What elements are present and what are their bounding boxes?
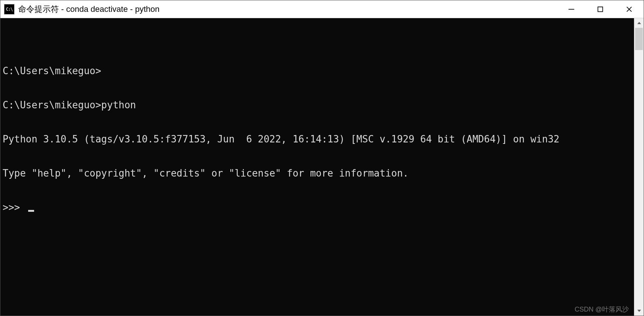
scroll-up-button[interactable] — [634, 18, 644, 28]
terminal-line: Python 3.10.5 (tags/v3.10.5:f377153, Jun… — [3, 134, 633, 145]
window-body: C:\Users\mikeguo> C:\Users\mikeguo>pytho… — [0, 18, 644, 316]
minimize-icon — [568, 6, 575, 13]
titlebar[interactable]: C:\ 命令提示符 - conda deactivate - python — [0, 0, 644, 18]
svg-rect-1 — [598, 7, 603, 11]
terminal-line: C:\Users\mikeguo> — [3, 65, 633, 77]
python-prompt: >>> — [3, 202, 26, 213]
scroll-down-button[interactable] — [634, 306, 644, 316]
terminal-area[interactable]: C:\Users\mikeguo> C:\Users\mikeguo>pytho… — [0, 18, 634, 316]
terminal-line: Type "help", "copyright", "credits" or "… — [3, 168, 633, 179]
scroll-thumb[interactable] — [635, 28, 643, 50]
cursor — [28, 210, 34, 212]
cmd-icon: C:\ — [4, 4, 14, 14]
close-button[interactable] — [615, 0, 644, 18]
close-icon — [626, 6, 633, 13]
minimize-button[interactable] — [557, 0, 586, 18]
vertical-scrollbar[interactable] — [634, 18, 644, 316]
maximize-icon — [597, 6, 604, 13]
terminal-prompt-line: >>> — [3, 202, 633, 213]
maximize-button[interactable] — [586, 0, 615, 18]
window-title: 命令提示符 - conda deactivate - python — [18, 4, 557, 15]
command-prompt-window: C:\ 命令提示符 - conda deactivate - python C:… — [0, 0, 644, 316]
watermark: CSDN @叶落风沙 — [575, 306, 629, 313]
window-controls — [557, 0, 644, 18]
chevron-down-icon — [637, 310, 641, 312]
chevron-up-icon — [637, 22, 641, 24]
terminal-line: C:\Users\mikeguo>python — [3, 99, 633, 111]
